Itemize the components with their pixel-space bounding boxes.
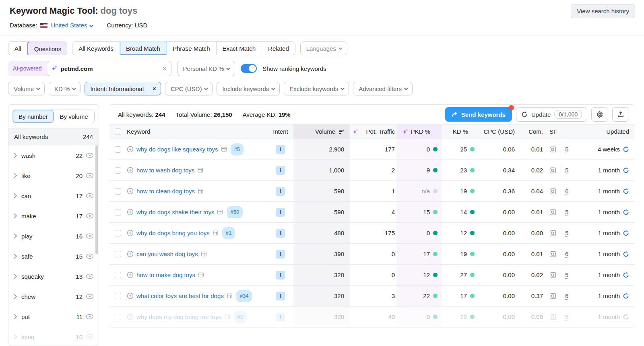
chevron-right-icon[interactable] (13, 334, 17, 340)
row-refresh-icon[interactable] (623, 272, 629, 278)
tab-related[interactable]: Related (262, 42, 295, 55)
tab-phrase-match[interactable]: Phrase Match (167, 42, 217, 55)
keyword-link[interactable]: why do dogs like squeaky toys (136, 146, 218, 153)
personal-kd-dropdown[interactable]: Personal KD % (177, 61, 235, 76)
cpc-filter[interactable]: CPC (USD) (165, 82, 213, 95)
serp-icon[interactable] (221, 146, 227, 152)
row-refresh-icon[interactable] (623, 146, 629, 153)
col-pot-traffic[interactable]: Pot. Traffic (361, 124, 396, 139)
serp-icon[interactable] (213, 230, 219, 236)
row-checkbox[interactable] (115, 272, 121, 278)
group-list-item[interactable]: put 11 (8, 307, 99, 327)
add-keyword-icon[interactable] (127, 209, 134, 215)
tab-all-keywords[interactable]: All Keywords (72, 42, 120, 55)
tab-all[interactable]: All (8, 42, 28, 55)
chevron-right-icon[interactable] (13, 294, 17, 299)
eye-icon[interactable] (86, 153, 94, 158)
by-volume-button[interactable]: By volume (54, 110, 94, 123)
keyword-link[interactable]: can you wash dog toys (136, 251, 198, 257)
tab-exact-match[interactable]: Exact Match (217, 42, 262, 55)
sf-count[interactable]: 6 (565, 188, 568, 195)
clear-input-icon[interactable]: ✕ (162, 65, 167, 72)
chevron-right-icon[interactable] (13, 173, 17, 178)
group-list-item[interactable]: squeaky 13 (8, 266, 99, 286)
add-keyword-icon[interactable] (127, 146, 134, 153)
serp-icon[interactable] (198, 272, 204, 278)
serp-icon[interactable] (217, 209, 223, 215)
intent-filter-active[interactable]: Intent: Informational✕ (85, 82, 161, 95)
volume-filter[interactable]: Volume (8, 82, 45, 95)
view-search-history-button[interactable]: View search history (571, 4, 635, 18)
row-checkbox[interactable] (115, 146, 121, 153)
serp-features-icon[interactable] (549, 188, 557, 195)
row-refresh-icon[interactable] (623, 251, 629, 257)
all-keywords-row[interactable]: All keywords244 (8, 128, 99, 145)
keyword-link[interactable]: why does my dog bring me toys (136, 313, 221, 320)
row-checkbox[interactable] (115, 314, 121, 320)
row-checkbox[interactable] (115, 209, 121, 215)
row-checkbox[interactable] (115, 230, 121, 236)
add-keyword-icon[interactable] (127, 292, 134, 299)
serp-features-icon[interactable] (549, 313, 557, 321)
col-pkd[interactable]: PKD % (396, 124, 442, 139)
domain-input[interactable] (61, 65, 159, 72)
chevron-right-icon[interactable] (13, 193, 17, 199)
remove-intent-filter-icon[interactable]: ✕ (148, 82, 161, 95)
col-kd[interactable]: KD % (442, 124, 475, 139)
row-refresh-icon[interactable] (623, 167, 629, 174)
add-keyword-icon[interactable] (127, 313, 134, 320)
add-keyword-icon[interactable] (127, 271, 134, 278)
keyword-link[interactable]: how to make dog toys (136, 271, 195, 278)
sf-count[interactable]: 5 (565, 271, 568, 279)
serp-icon[interactable] (227, 293, 233, 299)
group-list-item[interactable]: kong 10 (8, 327, 99, 346)
include-keywords-filter[interactable]: Include keywords (217, 82, 280, 95)
select-all-checkbox[interactable] (115, 128, 121, 135)
tab-questions[interactable]: Questions (27, 41, 68, 55)
col-sf[interactable]: SF (543, 124, 574, 139)
sidebar-scrollbar[interactable] (95, 145, 98, 254)
sf-count[interactable]: 5 (565, 230, 568, 237)
serp-icon[interactable] (197, 167, 203, 173)
serp-features-icon[interactable] (549, 230, 557, 237)
serp-features-icon[interactable] (549, 292, 557, 300)
serp-features-icon[interactable] (549, 167, 557, 174)
by-number-button[interactable]: By number (13, 110, 54, 123)
row-refresh-icon[interactable] (623, 293, 629, 299)
row-refresh-icon[interactable] (623, 314, 629, 320)
chevron-right-icon[interactable] (13, 314, 17, 319)
eye-icon[interactable] (86, 314, 94, 319)
sf-count[interactable]: 5 (565, 167, 568, 174)
eye-icon[interactable] (86, 193, 94, 199)
group-list-item[interactable]: make 17 (8, 206, 99, 226)
eye-icon[interactable] (86, 213, 94, 219)
col-cpc[interactable]: CPC (USD) (475, 124, 516, 139)
keyword-link[interactable]: why do dogs bring you toys (136, 230, 210, 236)
row-checkbox[interactable] (115, 167, 121, 174)
group-list-item[interactable]: chew 12 (8, 286, 99, 307)
sf-count[interactable]: 6 (565, 251, 568, 258)
row-checkbox[interactable] (115, 188, 121, 195)
show-ranking-toggle[interactable] (241, 64, 257, 73)
serp-features-icon[interactable] (549, 251, 557, 258)
eye-icon[interactable] (86, 173, 94, 178)
group-list-item[interactable]: can 17 (8, 186, 99, 206)
keyword-link[interactable]: how to wash dog toys (136, 167, 194, 174)
chevron-right-icon[interactable] (13, 153, 17, 158)
add-keyword-icon[interactable] (127, 188, 134, 195)
keyword-link[interactable]: why do dogs shake their toys (136, 209, 214, 215)
row-refresh-icon[interactable] (623, 209, 629, 215)
sf-count[interactable]: 5 (565, 209, 568, 216)
chevron-right-icon[interactable] (13, 253, 17, 259)
col-updated[interactable]: Updated (574, 124, 635, 139)
eye-icon[interactable] (86, 294, 94, 299)
col-intent[interactable]: Intent (268, 124, 293, 139)
group-list-item[interactable]: wash 22 (8, 145, 99, 166)
serp-features-icon[interactable] (549, 209, 557, 216)
add-keyword-icon[interactable] (127, 251, 134, 257)
sf-count[interactable]: 6 (565, 292, 568, 300)
sf-count[interactable]: 5 (565, 146, 568, 153)
serp-icon[interactable] (201, 251, 207, 257)
kd-filter[interactable]: KD % (49, 82, 80, 95)
tab-broad-match[interactable]: Broad Match (120, 42, 167, 55)
